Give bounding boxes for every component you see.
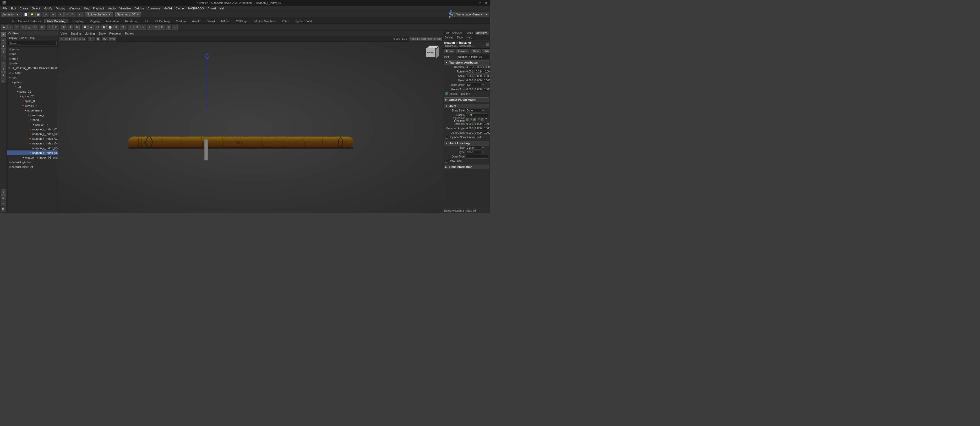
shear-y[interactable]: 0.000 xyxy=(474,79,482,82)
shelf-btn-10[interactable]: ⊟ xyxy=(61,25,67,30)
ws-tab-ngskintools2[interactable]: ngSkinTools2 xyxy=(293,19,315,23)
tree-item[interactable]: ✦pelvis xyxy=(7,80,58,84)
redo-btn[interactable]: ↪ xyxy=(50,12,56,17)
move-tool-left[interactable]: ✛ xyxy=(1,49,6,54)
ws-tab-fx[interactable]: FX xyxy=(142,19,151,23)
viewport-menu-shading[interactable]: Shading xyxy=(69,32,83,35)
menu-item-constrain[interactable]: Constrain xyxy=(146,6,161,10)
scale-z[interactable]: 1.000 xyxy=(483,74,490,78)
shelf-btn-2[interactable]: ○ xyxy=(7,25,13,30)
shelf-btn-16[interactable]: ⬣ xyxy=(101,25,107,30)
shear-z[interactable]: 0.000 xyxy=(483,79,490,82)
ws-tab-fx_caching[interactable]: FX Caching xyxy=(152,19,172,23)
tree-item[interactable]: ✦root xyxy=(7,75,58,80)
node-color-swatch[interactable] xyxy=(486,43,489,46)
shelf-btn-27[interactable]: ⊹ xyxy=(172,25,178,30)
tree-item[interactable]: ✦spine_03 xyxy=(7,99,58,103)
stiffness-x[interactable]: 0.000 xyxy=(466,122,474,126)
rotate-axis-y[interactable]: 0.000 xyxy=(474,88,482,91)
menu-item-edit[interactable]: Edit xyxy=(10,6,18,10)
tree-item[interactable]: ✦weapon_r xyxy=(7,122,58,127)
shelf-btn-24[interactable]: ⊞ xyxy=(153,25,159,30)
ws-tab-scroll-left[interactable]: ≡ xyxy=(11,19,15,23)
joint-orient-z[interactable]: 0.000 xyxy=(483,131,490,135)
ws-tab-xgen[interactable]: XGen xyxy=(279,19,292,23)
move-tool-btn[interactable]: ✛ xyxy=(64,12,70,17)
dof-x-checkbox[interactable]: ✓ xyxy=(466,118,469,121)
tree-item[interactable]: ✦lowerarm_r xyxy=(7,113,58,117)
ws-tab-poly_modeling[interactable]: Poly Modeling xyxy=(44,19,68,23)
ssc-checkbox[interactable] xyxy=(445,136,448,139)
viewport-canvas[interactable]: FRONT xyxy=(58,42,443,213)
scale-tool-btn[interactable]: ⤢ xyxy=(77,12,83,17)
menu-item-playback[interactable]: Playback xyxy=(91,6,106,10)
shelf-btn-17[interactable]: ⬤ xyxy=(107,25,113,30)
shelf-btn-1[interactable]: ◆ xyxy=(1,25,7,30)
manip-tool-left[interactable]: ⊕ xyxy=(1,67,6,72)
tree-item[interactable]: ⬡SK_Wukong_Born02FBKASC046001 xyxy=(7,66,58,70)
tree-item[interactable]: ◎defaultObjectSet xyxy=(7,165,58,169)
menu-item-key[interactable]: Key xyxy=(83,6,91,10)
rotate-order-dropdown[interactable]: xyz xyxy=(466,83,481,87)
ws-tab-animation[interactable]: Animation xyxy=(103,19,122,23)
rpanel-tab-focus[interactable]: Focus xyxy=(464,31,474,35)
tree-item[interactable]: ✦weapon_r_index_01 xyxy=(7,127,58,131)
rotate-axis-z[interactable]: 0.000 xyxy=(483,88,490,91)
show-button[interactable]: Show xyxy=(471,49,481,53)
menu-item-audio[interactable]: Audio xyxy=(107,6,117,10)
menu-item-select[interactable]: Select xyxy=(30,6,42,10)
preferred-angle-x[interactable]: 0.000 xyxy=(466,127,474,130)
tree-item[interactable]: ✦weapon_r_index_05 xyxy=(7,146,58,150)
vp-fps-btn[interactable]: FPS xyxy=(109,37,116,41)
tree-item[interactable]: ✦weapon_r_index_06 xyxy=(7,150,58,155)
vp-uv-btn[interactable]: UV xyxy=(102,37,107,41)
viewport-menu-renderer[interactable]: Renderer xyxy=(108,32,123,35)
ws-tab-motion_graphics[interactable]: Motion Graphics xyxy=(251,19,278,23)
rotate-axis-x[interactable]: 0.000 xyxy=(466,88,474,91)
draw-style-dropdown[interactable]: Bone xyxy=(466,109,481,112)
inherits-transform-checkbox[interactable]: ✓ xyxy=(445,92,448,95)
rpanel-tab-list[interactable]: List xyxy=(443,31,451,35)
shelf-btn-8[interactable]: T xyxy=(47,25,52,30)
shelf-btn-6[interactable]: ⬡ xyxy=(32,25,38,30)
shelf-btn-23[interactable]: ⟳ xyxy=(147,25,153,30)
outliner-search-input[interactable] xyxy=(8,41,57,46)
tree-item[interactable]: ✦spine_01 xyxy=(7,89,58,94)
minimize-button[interactable]: ─ xyxy=(473,1,476,5)
menu-item-arnold[interactable]: Arnold xyxy=(206,6,218,10)
vp-isolate-btn[interactable]: ◈ xyxy=(82,37,86,41)
tree-item[interactable]: ✦spine_02 xyxy=(7,94,58,99)
translate-y[interactable]: -0.000 xyxy=(476,65,485,69)
shelf-btn-3[interactable]: □ xyxy=(14,25,19,30)
workspace-general-dropdown[interactable]: Workspace: General* ▼ xyxy=(455,12,489,17)
sculpt-tool-left[interactable]: ◉ xyxy=(1,43,6,49)
sign-in-btn[interactable]: 👤 Sign In xyxy=(449,12,455,17)
ws-tab-sculpting[interactable]: Sculpting xyxy=(69,19,86,23)
select-tool-left[interactable]: ✦ xyxy=(1,32,6,37)
menu-item-cache[interactable]: Cache xyxy=(174,6,186,10)
save-btn[interactable]: 💾 xyxy=(35,12,41,17)
dof-y-checkbox[interactable]: ✓ xyxy=(473,118,476,121)
scale-y[interactable]: 1.000 xyxy=(474,74,482,78)
tree-item[interactable]: ✦Bip xyxy=(7,84,58,89)
shelf-btn-14[interactable]: ◈ xyxy=(88,25,94,30)
ws-tab-mash[interactable]: MASH xyxy=(218,19,232,23)
shelf-btn-9[interactable]: ⬠ xyxy=(53,25,59,30)
shelf-btn-12[interactable]: ⊗ xyxy=(74,25,80,30)
tree-item[interactable]: 🎥top xyxy=(7,52,58,56)
ws-tab-custom[interactable]: Custom xyxy=(173,19,189,23)
limit-section-header[interactable]: ▶ Limit Information xyxy=(444,165,489,169)
shelf-btn-21[interactable]: ⇕ xyxy=(134,25,140,30)
rotate-x[interactable]: 0.001 xyxy=(466,70,474,73)
menu-item-create[interactable]: Create xyxy=(18,6,30,10)
vp-edge-btn[interactable]: — xyxy=(91,37,95,41)
paint-tool-left[interactable]: ✏ xyxy=(1,38,6,43)
shear-x[interactable]: 0.000 xyxy=(466,79,474,82)
rotate-tool-left[interactable]: ↻ xyxy=(1,55,6,60)
outliner-menu-show[interactable]: Show xyxy=(19,36,27,40)
new-scene-btn[interactable]: 📄 xyxy=(23,12,29,17)
shelf-btn-4[interactable]: ◇ xyxy=(20,25,25,30)
shelf-btn-7[interactable]: ⊞ xyxy=(39,25,45,30)
no-live-surface-control[interactable]: No Live Surface ▼ xyxy=(85,12,113,16)
tree-item[interactable]: 🎥front xyxy=(7,56,58,61)
